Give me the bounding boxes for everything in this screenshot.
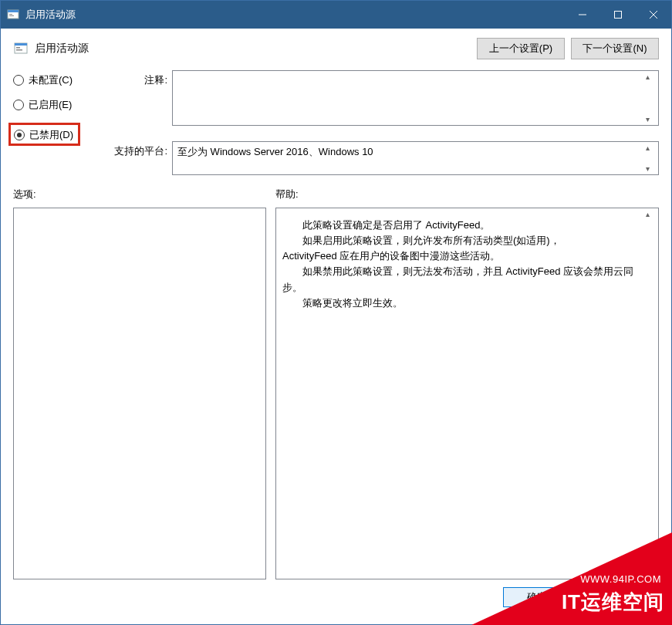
dialog-buttons: 确定 取消 bbox=[13, 579, 659, 615]
scrollbar[interactable]: ▴▾ bbox=[646, 210, 657, 577]
policy-icon bbox=[13, 41, 29, 56]
platform-label: 支持的平台: bbox=[106, 141, 167, 158]
section-labels: 选项: 帮助: bbox=[13, 188, 659, 201]
help-line: 策略更改将立即生效。 bbox=[282, 296, 643, 311]
svg-rect-9 bbox=[15, 43, 27, 46]
top-section: 未配置(C) 已启用(E) 已禁用(D) 注释: bbox=[13, 70, 659, 175]
platform-value: 至少为 Windows Server 2016、Windows 10 bbox=[177, 145, 373, 159]
next-setting-button[interactable]: 下一个设置(N) bbox=[571, 38, 659, 59]
radio-disabled[interactable]: 已禁用(D) bbox=[14, 128, 73, 142]
help-panel: 此策略设置确定是否启用了 ActivityFeed。 如果启用此策略设置，则允许… bbox=[275, 208, 659, 579]
radio-dot-icon bbox=[13, 75, 24, 86]
svg-rect-3 bbox=[9, 15, 14, 16]
app-icon bbox=[7, 8, 19, 21]
help-line: ActivityFeed 应在用户的设备图中漫游这些活动。 bbox=[282, 248, 643, 264]
titlebar[interactable]: 启用活动源 bbox=[1, 1, 671, 29]
help-text: 此策略设置确定是否启用了 ActivityFeed。 如果启用此策略设置，则允许… bbox=[282, 218, 643, 311]
radio-dot-icon bbox=[13, 100, 24, 110]
comment-input[interactable]: ▴▾ bbox=[172, 70, 659, 126]
close-button[interactable] bbox=[636, 1, 671, 29]
content-area: 启用活动源 上一个设置(P) 下一个设置(N) 未配置(C) 已启用(E) 已禁… bbox=[1, 29, 671, 624]
scrollbar[interactable]: ▴▾ bbox=[646, 73, 657, 123]
radio-label: 已禁用(D) bbox=[29, 128, 73, 142]
ok-button[interactable]: 确定 bbox=[503, 587, 571, 607]
help-line: 此策略设置确定是否启用了 ActivityFeed。 bbox=[282, 218, 643, 233]
minimize-button[interactable] bbox=[565, 1, 600, 29]
header-row: 启用活动源 上一个设置(P) 下一个设置(N) bbox=[13, 38, 659, 59]
options-label: 选项: bbox=[13, 188, 275, 201]
svg-rect-2 bbox=[9, 14, 12, 15]
svg-rect-10 bbox=[16, 47, 20, 49]
scrollbar[interactable]: ▴▾ bbox=[646, 144, 657, 173]
svg-rect-11 bbox=[16, 49, 22, 51]
radio-enabled[interactable]: 已启用(E) bbox=[13, 98, 106, 112]
svg-rect-5 bbox=[615, 12, 622, 19]
fields-column: 注释: ▴▾ 支持的平台: 至少为 Windows Server 2016、Wi… bbox=[106, 70, 659, 175]
help-label: 帮助: bbox=[275, 188, 659, 201]
radio-label: 已启用(E) bbox=[29, 98, 72, 112]
highlighted-radio: 已禁用(D) bbox=[8, 123, 80, 146]
radio-dot-icon bbox=[14, 130, 25, 140]
policy-title: 启用活动源 bbox=[35, 42, 471, 56]
radio-not-configured[interactable]: 未配置(C) bbox=[13, 73, 106, 87]
window-controls bbox=[565, 1, 671, 29]
maximize-button[interactable] bbox=[600, 1, 636, 29]
panels: 此策略设置确定是否启用了 ActivityFeed。 如果启用此策略设置，则允许… bbox=[13, 208, 659, 579]
prev-setting-button[interactable]: 上一个设置(P) bbox=[477, 38, 565, 59]
platform-box: 至少为 Windows Server 2016、Windows 10 ▴▾ bbox=[172, 141, 659, 175]
radio-group: 未配置(C) 已启用(E) 已禁用(D) bbox=[13, 70, 106, 175]
comment-label: 注释: bbox=[106, 70, 167, 87]
radio-label: 未配置(C) bbox=[29, 73, 73, 87]
help-line: 如果禁用此策略设置，则无法发布活动，并且 ActivityFeed 应该会禁用云… bbox=[282, 264, 643, 295]
options-panel bbox=[13, 208, 266, 579]
cancel-button[interactable]: 取消 bbox=[579, 587, 647, 607]
comment-row: 注释: ▴▾ bbox=[106, 70, 659, 126]
dialog-window: 启用活动源 启用活动源 上一个设置(P) 下一个设置(N) bbox=[0, 0, 672, 625]
platform-row: 支持的平台: 至少为 Windows Server 2016、Windows 1… bbox=[106, 141, 659, 175]
svg-rect-1 bbox=[8, 10, 19, 12]
window-title: 启用活动源 bbox=[25, 8, 565, 22]
help-line: 如果启用此策略设置，则允许发布所有活动类型(如适用)， bbox=[282, 233, 643, 248]
